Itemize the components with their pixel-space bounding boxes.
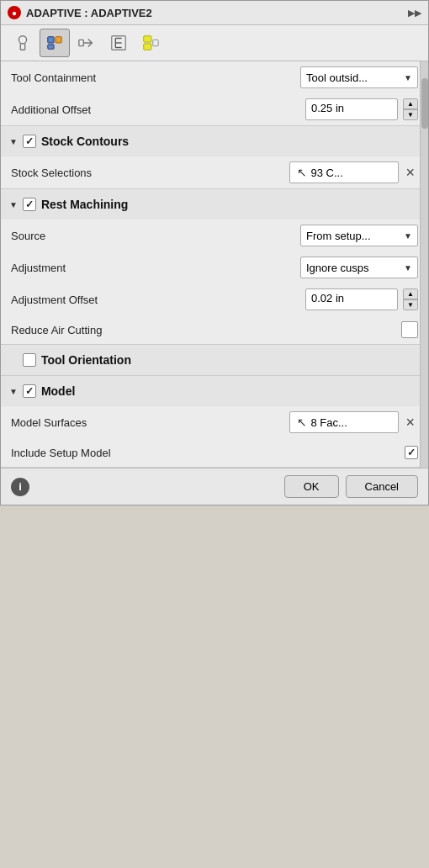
tool-containment-label: Tool Containment <box>11 71 300 84</box>
expand-triangle-icon4: ▼ <box>9 387 18 396</box>
reduce-air-cutting-label: Reduce Air Cutting <box>11 324 401 336</box>
reduce-air-cutting-checkbox[interactable] <box>401 321 418 338</box>
model-header[interactable]: ▼ Model <box>1 376 428 406</box>
tool-containment-section: Tool Containment Tool outsid... ▼ Additi… <box>1 61 428 126</box>
model-section: ▼ Model Model Surfaces ↖ 8 Fac... × <box>1 376 428 468</box>
rest-machining-section: ▼ Rest Machining Source From setup... ▼ … <box>1 189 428 345</box>
rest-machining-header[interactable]: ▼ Rest Machining <box>1 189 428 220</box>
spinner-up-button[interactable]: ▲ <box>404 99 417 109</box>
expand-triangle-icon2: ▼ <box>9 200 18 209</box>
collapse-arrow[interactable]: ▶▶ <box>408 8 421 19</box>
include-setup-model-control <box>405 446 418 459</box>
svg-rect-3 <box>56 37 61 43</box>
window-icon: ● <box>8 6 21 19</box>
title-bar: ● ADAPTIVE : ADAPTIVE2 ▶▶ <box>1 1 428 25</box>
stock-selections-row: Stock Selections ↖ 93 C... × <box>1 156 428 188</box>
adjustment-select[interactable]: Ignore cusps ▼ <box>300 257 418 278</box>
window-title: ADAPTIVE : ADAPTIVE2 <box>26 7 403 19</box>
stock-selections-select[interactable]: ↖ 93 C... <box>289 161 399 183</box>
adjustment-offset-control: 0.02 in ▲ ▼ <box>305 288 418 310</box>
tool-containment-select[interactable]: Tool outsid... ▼ <box>300 66 418 88</box>
source-dropdown-arrow-icon: ▼ <box>404 231 412 241</box>
rest-machining-checkbox[interactable] <box>23 198 36 211</box>
source-select[interactable]: From setup... ▼ <box>300 225 418 246</box>
stock-contours-title: Stock Contours <box>41 135 129 148</box>
reduce-air-cutting-control <box>401 321 418 338</box>
svg-rect-11 <box>144 36 151 42</box>
stock-contours-header[interactable]: ▼ Stock Contours <box>1 126 428 156</box>
stock-selections-label: Stock Selections <box>11 167 289 179</box>
adj-spinner-down-button[interactable]: ▼ <box>404 299 417 310</box>
expand-triangle-icon: ▼ <box>9 137 18 146</box>
model-title: Model <box>41 384 75 398</box>
main-window: ● ADAPTIVE : ADAPTIVE2 ▶▶ <box>0 0 429 505</box>
tool-orientation-section: ▼ Tool Orientation <box>1 345 428 376</box>
tool-containment-row: Tool Containment Tool outsid... ▼ <box>1 61 428 93</box>
svg-rect-1 <box>20 44 25 50</box>
adjustment-control: Ignore cusps ▼ <box>300 257 418 278</box>
svg-rect-2 <box>48 37 54 43</box>
dropdown-arrow-icon: ▼ <box>404 73 412 82</box>
tab-heights[interactable] <box>103 29 134 57</box>
ok-button[interactable]: OK <box>284 475 339 498</box>
tool-orientation-title: Tool Orientation <box>41 353 131 367</box>
dialog-buttons: OK Cancel <box>284 475 418 498</box>
model-surfaces-select[interactable]: ↖ 8 Fac... <box>289 411 399 433</box>
scrollbar-track[interactable] <box>420 61 428 468</box>
svg-rect-12 <box>144 44 151 50</box>
adjustment-offset-input[interactable]: 0.02 in <box>305 288 398 310</box>
spinner-down-button[interactable]: ▼ <box>404 109 417 119</box>
tab-linking[interactable] <box>72 29 102 57</box>
model-cursor-icon: ↖ <box>297 415 307 429</box>
adjustment-dropdown-arrow-icon: ▼ <box>404 263 412 273</box>
svg-rect-5 <box>79 40 84 45</box>
include-setup-model-label: Include Setup Model <box>11 447 405 459</box>
additional-offset-input[interactable]: 0.25 in <box>305 98 398 120</box>
tab-passes[interactable] <box>40 29 70 57</box>
adjustment-offset-row: Adjustment Offset 0.02 in ▲ ▼ <box>1 283 428 315</box>
additional-offset-spinner: ▲ ▼ <box>403 98 418 120</box>
scrollbar-thumb[interactable] <box>421 78 428 129</box>
additional-offset-control: 0.25 in ▲ ▼ <box>305 98 418 120</box>
stock-contours-section: ▼ Stock Contours Stock Selections ↖ 93 C… <box>1 126 428 189</box>
cancel-button[interactable]: Cancel <box>346 475 418 498</box>
adj-spinner-up-button[interactable]: ▲ <box>404 289 417 299</box>
adjustment-row: Adjustment Ignore cusps ▼ <box>1 251 428 283</box>
svg-point-0 <box>19 36 26 44</box>
reduce-air-cutting-row: Reduce Air Cutting <box>1 315 428 344</box>
additional-offset-label: Additional Offset <box>11 103 305 116</box>
content-area: Tool Containment Tool outsid... ▼ Additi… <box>1 61 428 468</box>
bottom-bar: i OK Cancel <box>1 468 428 505</box>
tool-containment-control: Tool outsid... ▼ <box>300 66 418 88</box>
stock-selections-value: 93 C... <box>310 167 342 179</box>
source-value: From setup... <box>306 230 371 242</box>
toolbar <box>1 25 428 61</box>
svg-rect-4 <box>48 45 54 50</box>
tool-orientation-header[interactable]: ▼ Tool Orientation <box>1 345 428 375</box>
adjustment-offset-spinner: ▲ ▼ <box>403 288 418 310</box>
model-surfaces-value: 8 Fac... <box>310 416 347 429</box>
adjustment-value: Ignore cusps <box>306 262 368 274</box>
model-surfaces-clear-button[interactable]: × <box>402 415 418 430</box>
adjustment-offset-label: Adjustment Offset <box>11 294 305 306</box>
model-surfaces-label: Model Surfaces <box>11 416 289 429</box>
additional-offset-row: Additional Offset 0.25 in ▲ ▼ <box>1 93 428 125</box>
model-checkbox[interactable] <box>23 384 36 398</box>
model-surfaces-control: ↖ 8 Fac... × <box>289 411 418 433</box>
model-surfaces-row: Model Surfaces ↖ 8 Fac... × <box>1 406 428 438</box>
source-control: From setup... ▼ <box>300 225 418 246</box>
include-setup-model-row: Include Setup Model <box>1 438 428 467</box>
rest-machining-title: Rest Machining <box>41 198 128 211</box>
tab-geometry[interactable] <box>135 29 166 57</box>
tool-orientation-checkbox[interactable] <box>23 353 36 367</box>
stock-contours-checkbox[interactable] <box>23 135 36 148</box>
stock-selections-control: ↖ 93 C... × <box>289 161 418 183</box>
tool-containment-value: Tool outsid... <box>306 71 368 84</box>
stock-selections-clear-button[interactable]: × <box>402 165 418 180</box>
svg-rect-13 <box>153 40 158 45</box>
info-button[interactable]: i <box>11 478 29 496</box>
cursor-icon: ↖ <box>297 166 307 179</box>
include-setup-model-checkbox[interactable] <box>405 446 418 459</box>
tab-tool[interactable] <box>8 29 38 57</box>
source-label: Source <box>11 230 300 242</box>
